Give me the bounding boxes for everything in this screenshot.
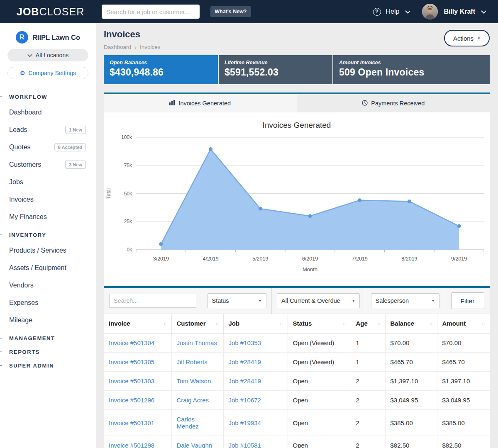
sidebar-item-label: Products / Services — [9, 247, 66, 254]
invoice-link[interactable]: Invoice #501296 — [109, 397, 154, 404]
whats-new-button[interactable]: What's New? — [210, 6, 251, 17]
tab-payments-received[interactable]: Payments Received — [297, 94, 490, 112]
job-link[interactable]: Job #28419 — [229, 377, 261, 385]
sidebar-item-label: Invoices — [9, 196, 34, 203]
column-header-age[interactable]: Age↑↓ — [351, 314, 385, 334]
sort-icon[interactable]: ↑↓ — [429, 321, 432, 326]
column-header-customer[interactable]: Customer↑↓ — [171, 314, 223, 334]
cell-job: Job #28419 — [223, 353, 288, 372]
nav-section-management[interactable]: ---MANAGEMENT — [0, 331, 96, 345]
job-link[interactable]: Job #10581 — [229, 442, 261, 448]
cell-invoice: Invoice #501304 — [104, 333, 171, 353]
chevron-down-icon[interactable] — [405, 8, 410, 15]
cell-balance: $465.70 — [385, 353, 437, 372]
column-header-amount[interactable]: Amount↑↓ — [437, 314, 490, 334]
sidebar-item-dashboard[interactable]: Dashboard — [0, 104, 96, 121]
column-label: Status — [293, 320, 312, 327]
job-link[interactable]: Job #19934 — [229, 419, 261, 426]
sidebar-item-jobs[interactable]: Jobs — [0, 173, 96, 191]
nav-section-reports[interactable]: ---REPORTS — [0, 345, 96, 359]
invoice-link[interactable]: Invoice #501298 — [109, 442, 154, 448]
customer-link[interactable]: Craig Acres — [177, 397, 209, 404]
section-label: WORKFLOW — [9, 94, 47, 100]
customer-link[interactable]: Carlos Mendez — [177, 416, 199, 430]
sidebar-item-assets-equipment[interactable]: Assets / Equipment — [0, 259, 96, 277]
breadcrumb-invoices: Invoices — [140, 44, 161, 50]
column-header-balance[interactable]: Balance↑↓ — [385, 314, 437, 334]
current-overdue-select[interactable]: All Current & Overdue ▼ — [277, 293, 360, 308]
job-link[interactable]: Job #10353 — [229, 339, 261, 346]
table-row: Invoice #501296Craig AcresJob #10672Open… — [104, 391, 490, 410]
column-header-invoice[interactable]: Invoice↑↓ — [104, 314, 171, 334]
svg-text:0k: 0k — [127, 247, 132, 253]
customer-link[interactable]: Justin Thomas — [177, 339, 217, 346]
sidebar-item-leads[interactable]: Leads1 New — [0, 121, 96, 139]
sidebar-item-customers[interactable]: Customers3 New — [0, 156, 96, 173]
chart-tab-panel: Invoices Generated Payments Received Inv… — [104, 93, 490, 286]
nav-section-inventory[interactable]: ---INVENTORY — [0, 228, 96, 242]
global-search-input[interactable] — [102, 5, 200, 19]
sidebar-item-quotes[interactable]: Quotes8 Accepted — [0, 139, 96, 156]
job-link[interactable]: Job #28419 — [229, 358, 261, 365]
svg-text:7/2019: 7/2019 — [352, 256, 368, 262]
company-settings-button[interactable]: ⚙ Company Settings — [7, 67, 88, 79]
svg-text:75k: 75k — [124, 163, 132, 168]
sidebar-item-products-services[interactable]: Products / Services — [0, 242, 96, 259]
invoices-table: Invoice↑↓Customer↑↓Job↑↓Status↑↓Age↑↓Bal… — [104, 314, 490, 448]
nav-section-workflow[interactable]: ---WORKFLOW — [0, 90, 96, 104]
column-label: Invoice — [109, 320, 130, 327]
invoice-link[interactable]: Invoice #501304 — [109, 339, 154, 346]
help-menu[interactable]: Help — [386, 8, 400, 15]
cell-customer: Craig Acres — [171, 391, 223, 410]
stat-card-lifetime-revenue: Lifetime Revenue $591,552.03 — [219, 55, 332, 84]
customer-link[interactable]: Tom Watson — [177, 377, 211, 385]
svg-text:50k: 50k — [124, 191, 132, 197]
sidebar-item-label: Mileage — [9, 317, 32, 324]
chevron-down-icon[interactable] — [481, 8, 486, 15]
svg-text:Month: Month — [303, 266, 317, 273]
breadcrumb-separator-icon: › — [134, 44, 137, 51]
avatar[interactable] — [422, 4, 438, 19]
sidebar-item-vendors[interactable]: Vendors — [0, 277, 96, 294]
cell-customer: Carlos Mendez — [171, 410, 223, 436]
customer-link[interactable]: Dale Vaughn — [177, 442, 212, 448]
all-locations-dropdown[interactable]: All Locations — [7, 49, 88, 61]
sort-icon[interactable]: ↑↓ — [343, 321, 346, 326]
sidebar-item-label: Jobs — [9, 178, 23, 186]
cell-status: Open — [288, 372, 351, 391]
nav-section-super-admin[interactable]: ---SUPER ADMIN — [0, 359, 96, 373]
sidebar-item-label: Quotes — [9, 144, 31, 151]
tab-label: Invoices Generated — [178, 100, 231, 107]
salesperson-select[interactable]: Salesperson ▼ — [371, 293, 439, 308]
job-link[interactable]: Job #10672 — [229, 397, 261, 404]
svg-text:8/2019: 8/2019 — [401, 256, 417, 262]
actions-button[interactable]: Actions ▼ — [444, 30, 490, 46]
help-icon[interactable]: ? — [373, 8, 381, 16]
invoice-link[interactable]: Invoice #501303 — [109, 377, 154, 385]
cell-balance: $1,397.10 — [385, 372, 437, 391]
cell-status: Open — [288, 391, 351, 410]
sidebar-item-my-finances[interactable]: My Finances — [0, 208, 96, 226]
customer-link[interactable]: Jill Roberts — [177, 358, 208, 365]
sort-icon[interactable]: ↑↓ — [482, 321, 485, 326]
invoice-link[interactable]: Invoice #501305 — [109, 358, 154, 365]
sort-icon[interactable]: ↑↓ — [377, 321, 380, 326]
sort-icon[interactable]: ↑↓ — [280, 321, 283, 326]
tab-invoices-generated[interactable]: Invoices Generated — [104, 94, 297, 112]
invoice-link[interactable]: Invoice #501301 — [109, 419, 154, 426]
sort-icon[interactable]: ↑↓ — [164, 321, 166, 326]
sidebar-item-expenses[interactable]: Expenses — [0, 294, 96, 312]
sort-icon[interactable]: ↑↓ — [215, 321, 218, 326]
user-menu[interactable]: Billy Kraft — [444, 8, 475, 15]
table-search-input[interactable] — [109, 294, 196, 308]
page-title: Invoices — [104, 29, 161, 40]
sidebar-item-mileage[interactable]: Mileage — [0, 312, 96, 329]
column-header-status[interactable]: Status↑↓ — [288, 314, 351, 334]
status-select[interactable]: Status ▼ — [208, 293, 266, 308]
filter-button[interactable]: Filter — [451, 292, 484, 309]
column-header-job[interactable]: Job↑↓ — [223, 314, 288, 334]
breadcrumb-dashboard[interactable]: Dashboard — [104, 44, 131, 50]
column-label: Amount — [442, 320, 466, 327]
column-label: Age — [356, 320, 368, 327]
sidebar-item-invoices[interactable]: Invoices — [0, 191, 96, 208]
